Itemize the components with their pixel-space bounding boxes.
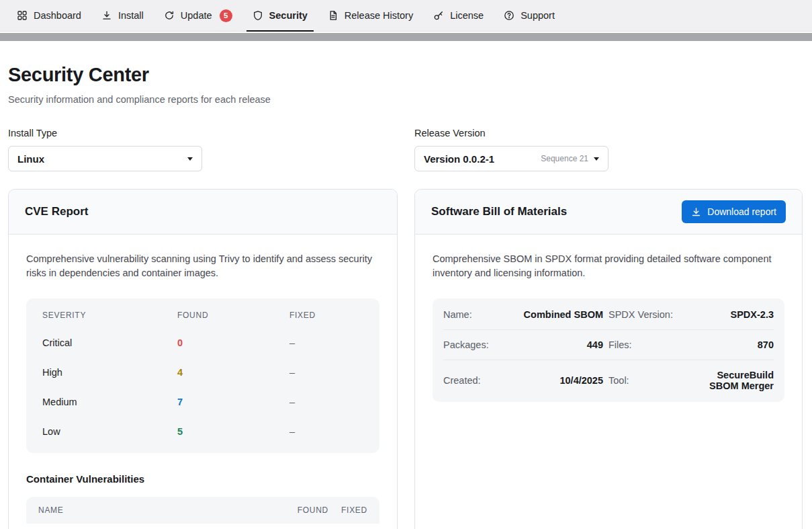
- shield-icon: [253, 10, 263, 21]
- download-icon: [101, 10, 112, 21]
- nav-item-support[interactable]: Support: [494, 0, 565, 31]
- filters-row: Install Type Linux Release Version Versi…: [8, 128, 803, 171]
- sbom-spdx-version-value: SPDX-2.3: [689, 309, 774, 320]
- severity-row-critical: Critical 0 –: [26, 328, 379, 358]
- cve-report-description: Comprehensive vulnerability scanning usi…: [26, 252, 379, 281]
- sbom-info-row: Created: 10/4/2025 Tool: SecureBuild SBO…: [443, 360, 774, 401]
- severity-row-high: High 4 –: [26, 358, 379, 387]
- update-count-badge: 5: [220, 9, 232, 22]
- col-fixed: FIXED: [289, 311, 363, 320]
- release-version-label: Release Version: [414, 128, 803, 138]
- download-report-button[interactable]: Download report: [682, 200, 786, 223]
- cve-report-body: Comprehensive vulnerability scanning usi…: [9, 235, 397, 529]
- col-name: NAME: [38, 505, 267, 515]
- nav-item-license[interactable]: License: [423, 0, 494, 31]
- document-icon: [328, 10, 339, 21]
- chevron-down-icon: [187, 157, 193, 161]
- severity-row-medium: Medium 7 –: [26, 387, 379, 417]
- install-type-value: Linux: [17, 153, 44, 165]
- cards-row: CVE Report Comprehensive vulnerability s…: [8, 189, 803, 529]
- nav-item-update[interactable]: Update 5: [154, 0, 242, 31]
- nav-item-install[interactable]: Install: [91, 0, 154, 31]
- nav-item-label: Release History: [345, 10, 413, 21]
- severity-row-low: Low 5 –: [26, 417, 379, 446]
- page-title: Security Center: [8, 64, 803, 86]
- sbom-description: Comprehensive SBOM in SPDX format provid…: [433, 252, 784, 281]
- nav-item-label: Install: [118, 10, 144, 21]
- top-nav: Dashboard Install Update 5 Security Rele…: [0, 0, 812, 32]
- key-icon: [433, 10, 444, 21]
- sbom-packages-value: 449: [497, 339, 603, 350]
- nav-item-release-history[interactable]: Release History: [318, 0, 423, 31]
- container-vulnerabilities-title: Container Vulnerabilities: [26, 473, 379, 485]
- chevron-down-icon: [594, 157, 599, 161]
- page-top-divider: [0, 33, 812, 41]
- sbom-files-value: 870: [689, 339, 774, 350]
- nav-item-label: Dashboard: [34, 10, 81, 21]
- refresh-icon: [164, 10, 175, 21]
- nav-item-label: Support: [521, 10, 555, 21]
- col-found: FOUND: [267, 505, 328, 515]
- release-version-value: Version 0.0.2-1: [424, 153, 494, 165]
- sbom-info-grid: Name: Combined SBOM SPDX Version: SPDX-2…: [433, 298, 784, 402]
- sbom-tool-value: SecureBuild SBOM Merger: [689, 370, 774, 391]
- col-found: FOUND: [177, 311, 289, 320]
- col-severity: SEVERITY: [42, 311, 177, 320]
- page-subtitle: Security information and compliance repo…: [8, 94, 803, 105]
- release-version-select[interactable]: Version 0.0.2-1 Sequence 21: [414, 146, 608, 171]
- cve-report-card: CVE Report Comprehensive vulnerability s…: [8, 189, 398, 529]
- install-type-select[interactable]: Linux: [8, 146, 202, 171]
- cve-report-header: CVE Report: [9, 190, 397, 235]
- severity-table: SEVERITY FOUND FIXED Critical 0 – High 4…: [26, 298, 379, 453]
- container-vulnerabilities-header: NAME FOUND FIXED: [26, 497, 379, 524]
- sbom-name-value: Combined SBOM: [497, 309, 603, 320]
- cve-report-title: CVE Report: [25, 205, 88, 218]
- nav-item-security[interactable]: Security: [242, 0, 318, 31]
- nav-item-label: Security: [269, 10, 308, 21]
- high-found-count: 4: [177, 367, 289, 378]
- install-type-label: Install Type: [8, 128, 398, 138]
- nav-item-label: Update: [181, 10, 212, 21]
- severity-table-header: SEVERITY FOUND FIXED: [26, 302, 379, 328]
- sbom-title: Software Bill of Materials: [431, 205, 567, 218]
- sbom-card: Software Bill of Materials Download repo…: [414, 189, 803, 529]
- critical-found-count: 0: [177, 337, 289, 348]
- sbom-info-row: Packages: 449 Files: 870: [443, 330, 774, 360]
- sequence-label: Sequence 21: [541, 154, 588, 163]
- low-found-count: 5: [177, 426, 289, 437]
- download-report-label: Download report: [707, 206, 776, 217]
- medium-found-count: 7: [177, 397, 289, 407]
- col-fixed: FIXED: [328, 505, 367, 515]
- nav-item-label: License: [450, 10, 484, 21]
- sbom-body: Comprehensive SBOM in SPDX format provid…: [415, 235, 802, 415]
- help-circle-icon: [504, 10, 514, 21]
- sbom-info-row: Name: Combined SBOM SPDX Version: SPDX-2…: [443, 300, 774, 330]
- nav-item-dashboard[interactable]: Dashboard: [7, 0, 91, 31]
- download-icon: [691, 207, 701, 217]
- main-content: Security Center Security information and…: [0, 64, 812, 529]
- dashboard-grid-icon: [17, 10, 28, 21]
- sbom-created-value: 10/4/2025: [497, 375, 603, 386]
- sbom-header: Software Bill of Materials Download repo…: [415, 190, 802, 235]
